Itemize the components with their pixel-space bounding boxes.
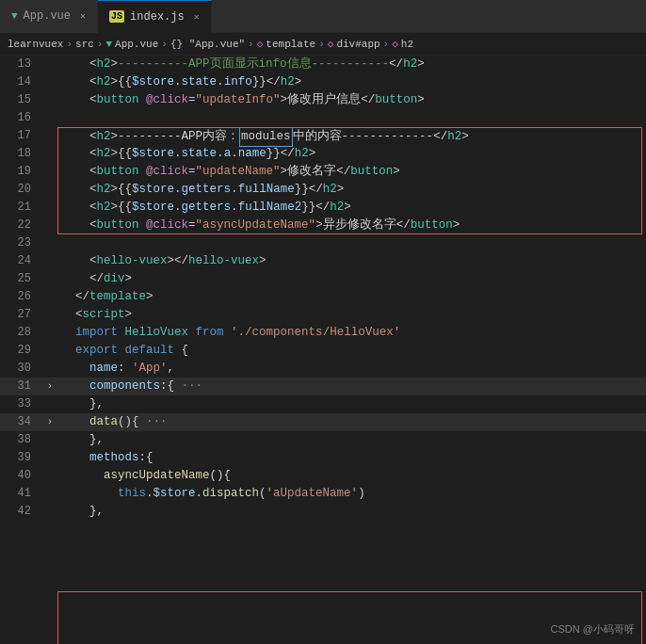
tab-label-index-js: index.js [130, 10, 185, 24]
line-19: 19 <button @click="updateName">修改名字</but… [0, 163, 646, 181]
line-31: 31 › components:{ ··· [0, 378, 646, 395]
line-16: 16 [0, 109, 646, 127]
breadcrumb-divapp[interactable]: div#app [336, 39, 380, 50]
line-15: 15 <button @click="updateInfo">修改用户信息</b… [0, 91, 646, 109]
line-18: 18 <h2>{{$store.state.a.name}}</h2> [0, 145, 646, 163]
line-21: 21 <h2>{{$store.getters.fullName2}}</h2> [0, 199, 646, 217]
breadcrumb-src[interactable]: src [75, 39, 94, 50]
line-30: 30 name: 'App', [0, 360, 646, 378]
line-42: 42 }, [0, 503, 646, 521]
breadcrumb-template-icon: ◇ [257, 38, 264, 50]
line-34: 34 › data(){ ··· [0, 413, 646, 431]
breadcrumb-appvue-icon: ▼ [105, 39, 112, 50]
breadcrumb: learnvuex › src › ▼ App.vue › {} "App.vu… [0, 33, 646, 56]
line-20: 20 <h2>{{$store.getters.fullName}}</h2> [0, 181, 646, 199]
line-22: 22 <button @click="asyncUpdateName">异步修改… [0, 217, 646, 234]
breadcrumb-template[interactable]: template [266, 39, 315, 50]
line-27: 27 <script> [0, 306, 646, 324]
breadcrumb-h2-icon: ◇ [392, 38, 398, 50]
tab-close-app-vue[interactable]: ✕ [80, 10, 86, 22]
tab-close-index-js[interactable]: ✕ [194, 11, 200, 23]
line-17: 17 <h2>---------APP内容：modules中的内容-------… [0, 127, 646, 145]
breadcrumb-learnvuex[interactable]: learnvuex [8, 39, 63, 50]
line-28: 28 import HelloVuex from './components/H… [0, 324, 646, 342]
line-13: 13 <h2>----------APP页面显示info信息----------… [0, 56, 646, 73]
line-41: 41 this.$store.dispatch('aUpdateName') [0, 485, 646, 503]
tab-label-app-vue: App.vue [24, 9, 71, 23]
app-window: ▼ App.vue ✕ JS index.js ✕ learnvuex › sr… [0, 0, 646, 644]
line-40: 40 asyncUpdateName(){ [0, 467, 646, 485]
line-26: 26 </template> [0, 288, 646, 306]
tab-app-vue[interactable]: ▼ App.vue ✕ [0, 0, 98, 33]
line-39: 39 methods:{ [0, 449, 646, 467]
breadcrumb-appvue[interactable]: App.vue [115, 39, 158, 50]
title-bar: ▼ App.vue ✕ JS index.js ✕ [0, 0, 646, 33]
line-14: 14 <h2>{{$store.state.info}}</h2> [0, 73, 646, 91]
line-23: 23 [0, 234, 646, 252]
breadcrumb-obj[interactable]: {} "App.vue" [170, 39, 245, 50]
line-25: 25 </div> [0, 270, 646, 288]
tab-index-js[interactable]: JS index.js ✕ [98, 0, 212, 33]
breadcrumb-div-icon: ◇ [328, 38, 334, 50]
line-24: 24 <hello-vuex></hello-vuex> [0, 252, 646, 270]
line-29: 29 export default { [0, 342, 646, 360]
vue-icon: ▼ [11, 10, 18, 22]
line-38: 38 }, [0, 431, 646, 449]
js-icon: JS [109, 10, 124, 23]
line-33: 33 }, [0, 395, 646, 413]
breadcrumb-h2[interactable]: h2 [401, 39, 413, 50]
editor-area: 13 <h2>----------APP页面显示info信息----------… [0, 56, 646, 644]
watermark: CSDN @小码哥呀 [551, 622, 635, 636]
